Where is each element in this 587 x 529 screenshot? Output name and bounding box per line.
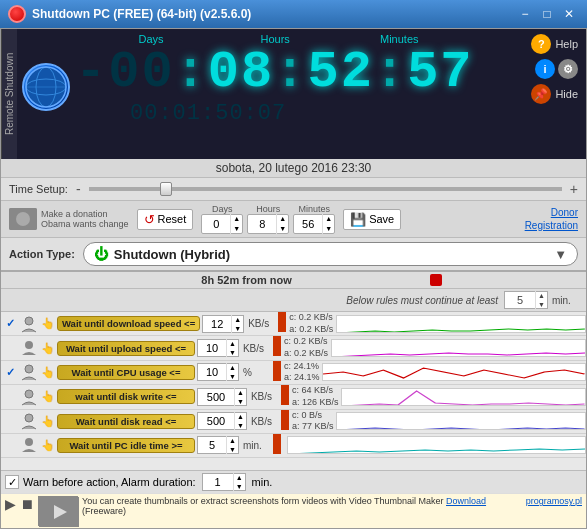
rule-spin-down-3[interactable]: ▼ <box>235 397 246 406</box>
minutes-spin-up[interactable]: ▲ <box>323 214 334 224</box>
rule-spin-up-4[interactable]: ▲ <box>235 412 246 421</box>
reset-button[interactable]: ↺ Reset <box>137 209 194 230</box>
time-slider[interactable] <box>89 187 562 191</box>
stop-button[interactable]: ⏹ <box>20 496 34 512</box>
rule-speed-text-1: c: 0.2 KB/sa: 0.2 KB/s <box>284 336 328 359</box>
rule-hand-icon-2: 👆 <box>39 366 57 379</box>
time-setup-label: Time Setup: <box>9 183 68 195</box>
rule-graph-area-1: c: 0.2 KB/sa: 0.2 KB/s <box>281 336 586 359</box>
power-icon: ⏻ <box>94 246 108 262</box>
rule-color-bar-4 <box>281 410 289 430</box>
rules-min-value-box: 5 ▲ ▼ <box>504 291 548 309</box>
time-minus-button[interactable]: - <box>76 181 81 197</box>
rule-graph-area-2: c: 24.1%a: 24.1% <box>281 361 586 384</box>
warn-value[interactable]: 1 <box>203 476 233 488</box>
rule-value-box-4: 500 ▲ ▼ <box>197 412 247 430</box>
rule-spinners-0: ▲ ▼ <box>231 315 243 333</box>
help-icon: ? <box>531 34 551 54</box>
help-button[interactable]: ? Help <box>531 34 578 54</box>
rule-spin-down-5[interactable]: ▼ <box>227 445 238 454</box>
rule-checkbox-0[interactable]: ✓ <box>1 317 19 330</box>
rule-mini-graph-5 <box>287 436 586 454</box>
settings-button[interactable]: ⚙ <box>558 59 578 79</box>
time-plus-button[interactable]: + <box>570 181 578 197</box>
rule-spin-up-3[interactable]: ▲ <box>235 388 246 397</box>
rule-spin-down-0[interactable]: ▼ <box>232 324 243 333</box>
warn-check-icon: ✓ <box>8 476 17 489</box>
maximize-button[interactable]: □ <box>537 4 557 24</box>
rule-color-bar-2 <box>273 361 281 381</box>
close-button[interactable]: ✕ <box>559 4 579 24</box>
rule-name-button-0[interactable]: Wait until download speed <= <box>57 316 200 331</box>
rule-name-button-5[interactable]: Wait until PC idle time >= <box>57 438 195 453</box>
rule-spin-up-2[interactable]: ▲ <box>227 363 238 372</box>
rule-value-4[interactable]: 500 <box>198 415 234 427</box>
rule-value-1[interactable]: 10 <box>198 342 226 354</box>
play-button[interactable]: ▶ <box>5 496 16 512</box>
rule-color-bar-0 <box>278 312 286 332</box>
rule-person-icon-5 <box>19 436 39 454</box>
rule-value-0[interactable]: 12 <box>203 318 231 330</box>
days-value: 0 <box>202 218 230 230</box>
hours-spin-down[interactable]: ▼ <box>277 224 288 234</box>
days-spinners: ▲ ▼ <box>230 214 242 234</box>
warn-spinners: ▲ ▼ <box>233 473 245 491</box>
days-spin-down[interactable]: ▼ <box>231 224 242 234</box>
rule-name-button-1[interactable]: Wait until upload speed <= <box>57 341 195 356</box>
rule-spin-up-1[interactable]: ▲ <box>227 339 238 348</box>
donation-text: Make a donation Obama wants change <box>41 209 129 229</box>
rule-value-3[interactable]: 500 <box>198 391 234 403</box>
minimize-button[interactable]: − <box>515 4 535 24</box>
rules-min-spin-up[interactable]: ▲ <box>536 291 547 300</box>
rules-min-value[interactable]: 5 <box>505 294 535 306</box>
hide-button[interactable]: 📌 Hide <box>531 84 578 104</box>
minutes-spinners: ▲ ▼ <box>322 214 334 234</box>
hours-input-box: 8 ▲ ▼ <box>247 214 289 234</box>
rule-row: 👆 wait until disk write <= 500 ▲ ▼ KB/s … <box>1 385 586 409</box>
warn-spin-down[interactable]: ▼ <box>234 482 245 491</box>
rule-spin-up-0[interactable]: ▲ <box>232 315 243 324</box>
right-buttons: ? Help i ⚙ 📌 Hide <box>523 29 586 159</box>
warn-spin-up[interactable]: ▲ <box>234 473 245 482</box>
donation-section: Make a donation Obama wants change <box>9 208 129 230</box>
clock-display: -00:08:52:57 00:01:50:07 <box>17 47 523 126</box>
rule-spin-down-4[interactable]: ▼ <box>235 421 246 430</box>
rules-section: 8h 52m from now Below rules must continu… <box>1 272 586 470</box>
warn-checkbox[interactable]: ✓ <box>5 475 19 489</box>
save-button[interactable]: 💾 Save <box>343 209 401 230</box>
rule-spin-up-5[interactable]: ▲ <box>227 436 238 445</box>
days-spin-up[interactable]: ▲ <box>231 214 242 224</box>
rule-name-button-3[interactable]: wait until disk write <= <box>57 389 195 404</box>
rule-value-2[interactable]: 10 <box>198 366 226 378</box>
rules-min-label: Below rules must continue at least <box>67 295 502 306</box>
minutes-spin-down[interactable]: ▼ <box>323 224 334 234</box>
action-type-label: Action Type: <box>9 248 75 260</box>
programosy-link[interactable]: programosy.pl <box>526 496 582 506</box>
globe-icon <box>22 63 70 111</box>
rule-graph-area-3: c: 64 KB/sa: 126 KB/s <box>289 385 586 408</box>
rule-name-button-2[interactable]: Wait until CPU usage <= <box>57 365 195 380</box>
rule-hand-icon-0: 👆 <box>39 317 57 330</box>
rule-mini-graph-1 <box>331 339 586 357</box>
rule-spin-down-1[interactable]: ▼ <box>227 348 238 357</box>
rules-min-unit: min. <box>552 295 580 306</box>
header-indicator <box>430 274 442 286</box>
info-button[interactable]: i <box>535 59 555 79</box>
hours-spinners: ▲ ▼ <box>276 214 288 234</box>
donor-registration-button[interactable]: DonorRegistration <box>525 206 578 232</box>
rules-min-spin-down[interactable]: ▼ <box>536 300 547 309</box>
rule-checkbox-2[interactable]: ✓ <box>1 366 19 379</box>
datetime-bar: sobota, 20 lutego 2016 23:30 <box>1 159 586 178</box>
info-download-link[interactable]: Download <box>446 496 486 506</box>
rule-name-button-4[interactable]: Wait until disk read <= <box>57 414 195 429</box>
rule-person-icon-0 <box>19 315 39 333</box>
hours-spin-up[interactable]: ▲ <box>277 214 288 224</box>
action-type-select[interactable]: ⏻ Shutdown (Hybrid) ▼ <box>83 242 578 266</box>
rule-row: 👆 Wait until upload speed <= 10 ▲ ▼ KB/s… <box>1 336 586 360</box>
info-bar: ▶ ⏹ You can create thumbnails or extract… <box>1 493 586 528</box>
rule-value-5[interactable]: 5 <box>198 439 226 451</box>
rule-spin-down-2[interactable]: ▼ <box>227 372 238 381</box>
rule-value-box-1: 10 ▲ ▼ <box>197 339 239 357</box>
time-slider-thumb[interactable] <box>160 182 172 196</box>
days-input-group: Days 0 ▲ ▼ <box>201 204 243 234</box>
